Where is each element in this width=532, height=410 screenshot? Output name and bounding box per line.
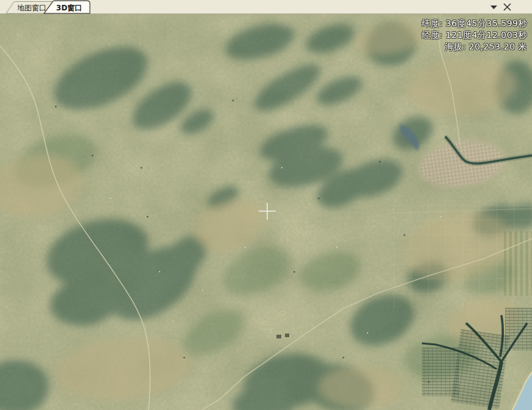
satellite-map[interactable] xyxy=(0,14,532,410)
tone-overlay xyxy=(0,14,532,410)
3d-map-window: 地图窗口 3D窗口 xyxy=(0,0,532,410)
tab-3d-window-label[interactable]: 3D窗口 xyxy=(56,4,82,12)
tab-bar: 地图窗口 3D窗口 xyxy=(0,0,532,14)
tab-map-window-label[interactable]: 地图窗口 xyxy=(17,4,46,12)
map-viewport: 纬度: 36度45分35.599秒 经度: 121度4分12.003秒 海拔: … xyxy=(0,14,532,410)
